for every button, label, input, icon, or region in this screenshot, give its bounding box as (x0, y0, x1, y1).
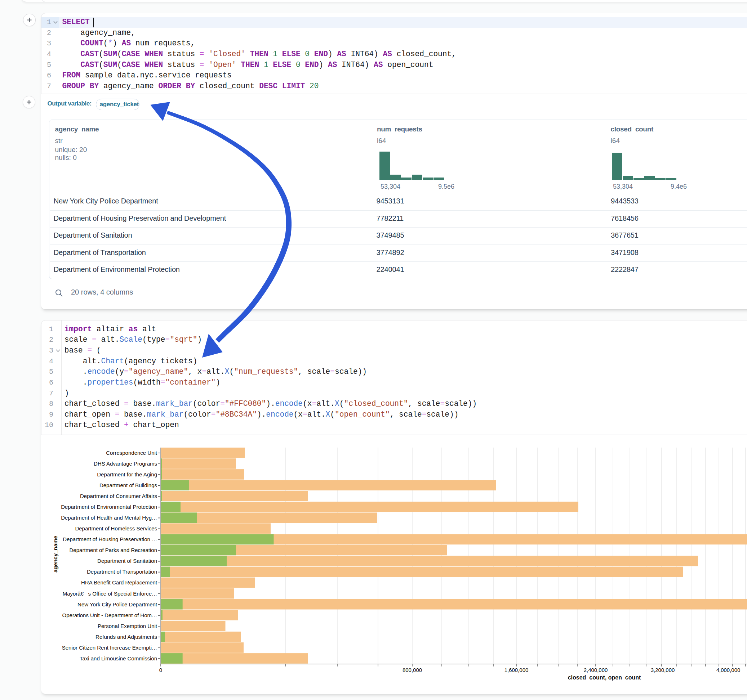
svg-text:1,600,000: 1,600,000 (505, 667, 529, 673)
svg-text:Correspondence Unit: Correspondence Unit (106, 450, 157, 456)
svg-text:Operations Unit - Department o: Operations Unit - Department of Hom… (62, 612, 157, 618)
svg-text:Department of Transportation: Department of Transportation (87, 569, 157, 575)
svg-text:4,000,000: 4,000,000 (716, 667, 741, 673)
svg-text:3,200,000: 3,200,000 (651, 667, 675, 673)
svg-text:New York City Police Departmen: New York City Police Department (77, 601, 157, 608)
svg-text:2,400,000: 2,400,000 (584, 667, 608, 673)
svg-text:Department of Health and Menta: Department of Health and Mental Hyg… (61, 514, 157, 520)
svg-text:Department of Environmental Pr: Department of Environmental Protection (61, 504, 157, 510)
svg-text:Department of Parks and Recrea: Department of Parks and Recreation (70, 547, 157, 553)
svg-text:800,000: 800,000 (402, 667, 422, 673)
svg-text:HRA Benefit Card Replacement: HRA Benefit Card Replacement (81, 580, 157, 586)
svg-text:DHS Advantage Programs: DHS Advantage Programs (94, 460, 157, 467)
svg-text:closed_count, open_count: closed_count, open_count (568, 674, 641, 680)
svg-text:Department of Homeless Service: Department of Homeless Services (75, 525, 157, 531)
svg-text:Department of Housing Preserva: Department of Housing Preservation … (63, 536, 157, 542)
svg-text:0: 0 (159, 667, 162, 673)
svg-text:Taxi and Limousine Commission: Taxi and Limousine Commission (80, 655, 157, 661)
svg-text:agency_name: agency_name (53, 536, 59, 573)
svg-text:Mayorâ€ s Office of Special: Mayorâ€ s Office of Special Enforce… (63, 591, 157, 597)
svg-text:Department of Sanitation: Department of Sanitation (97, 558, 157, 564)
svg-text:Department for the Aging: Department for the Aging (97, 471, 157, 477)
svg-text:Department of Consumer Affairs: Department of Consumer Affairs (80, 493, 157, 499)
svg-text:Department of Buildings: Department of Buildings (100, 482, 157, 488)
svg-text:Refunds and Adjustments: Refunds and Adjustments (95, 634, 157, 640)
svg-text:Senior Citizen Rent Increase E: Senior Citizen Rent Increase Exempti… (62, 644, 157, 651)
svg-text:Personal Exemption Unit: Personal Exemption Unit (98, 623, 157, 629)
